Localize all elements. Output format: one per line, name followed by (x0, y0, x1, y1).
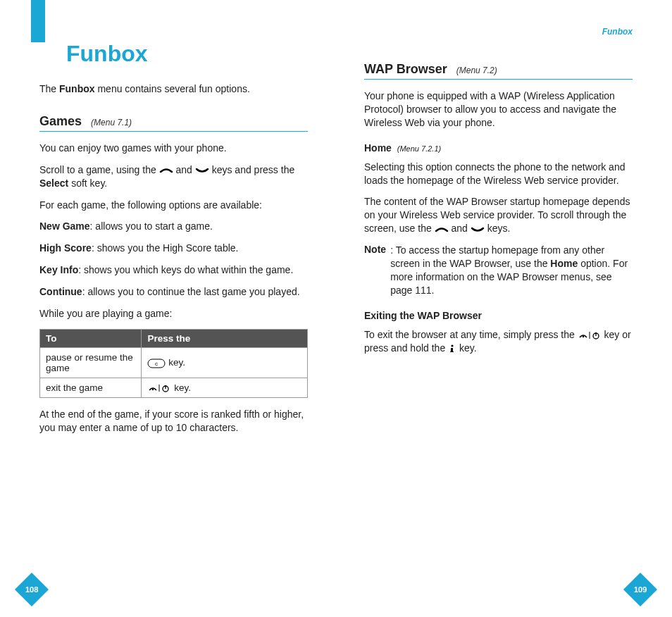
games-heading: Games (Menu 7.1) (39, 114, 308, 132)
games-p4: While you are playing a game: (39, 307, 308, 320)
table-row: pause or resume the game c key. (40, 347, 308, 378)
down-key-icon (471, 227, 485, 232)
wap-p3: The content of the WAP Browser startup h… (364, 195, 633, 235)
heading-text: Games (39, 114, 82, 128)
label: Key Info (39, 264, 78, 275)
svg-point-10 (451, 344, 453, 347)
opt-continue: Continue: allows you to continue the las… (39, 285, 308, 299)
up-key-icon (435, 227, 449, 232)
text: and (176, 164, 195, 175)
page-number-right: 109 (623, 573, 657, 606)
c-key-icon: c (147, 359, 166, 368)
note-bold: Note (364, 244, 386, 255)
menu-ref: (Menu 7.2.1) (397, 144, 441, 153)
games-p5: At the end of the game, if your score is… (39, 408, 308, 435)
text: : allows you to start a game. (90, 220, 213, 232)
heading-text: WAP Browser (364, 62, 447, 76)
i-key-icon (448, 344, 456, 354)
page-number: 109 (634, 585, 647, 594)
opt-new-game: New Game: allows you to start a game. (39, 220, 308, 233)
games-p2: Scroll to a game, using the and keys and… (39, 163, 308, 190)
right-page: Funbox WAP Browser (Menu 7.2) Your phone… (336, 0, 672, 617)
page-spread: Funbox The Funbox menu contains several … (0, 0, 672, 617)
note-block: Note : To access the startup homepage fr… (364, 244, 633, 297)
opt-high-score: High Score: shows you the High Score tab… (39, 242, 308, 255)
text: Scroll to a game, using the (39, 164, 159, 175)
chapter-title: Funbox (66, 41, 308, 67)
label: High Score (39, 242, 92, 254)
note-label: Note (364, 244, 386, 297)
left-page: Funbox The Funbox menu contains several … (0, 0, 336, 617)
cell-key: key. (142, 378, 308, 397)
text: : shows you which keys do what within th… (78, 264, 293, 275)
text: keys and press the (212, 164, 295, 175)
home-heading: Home (Menu 7.2.1) (364, 142, 633, 154)
running-head: Funbox (602, 27, 633, 37)
cell-action: exit the game (40, 378, 142, 397)
select-bold: Select (39, 177, 68, 189)
key-table: To Press the pause or resume the game c … (39, 329, 308, 398)
exit-heading: Exiting the WAP Browser (364, 310, 633, 321)
up-key-icon (159, 168, 173, 173)
svg-point-6 (582, 336, 583, 337)
funbox-bold: Funbox (59, 83, 95, 94)
page-number: 108 (25, 585, 38, 594)
opt-key-info: Key Info: shows you which keys do what w… (39, 263, 308, 277)
text: : shows you the High Score table. (92, 242, 239, 254)
games-p1: You can enjoy two games with your phone. (39, 142, 308, 155)
cell-key: c key. (142, 347, 308, 378)
text: keys. (487, 223, 511, 234)
heading-text: Home (364, 142, 392, 154)
text: : allows you to continue the last game y… (82, 286, 300, 297)
home-bold: Home (550, 258, 578, 269)
menu-ref: (Menu 7.1) (91, 118, 132, 127)
end-power-key-icon (578, 330, 602, 340)
text: menu contains several fun options. (95, 83, 250, 94)
text: key. (168, 357, 185, 368)
text: To exit the browser at any time, simply … (364, 329, 578, 340)
wap-p4: To exit the browser at any time, simply … (364, 328, 633, 355)
wap-p1: Your phone is equipped with a WAP (Wirel… (364, 89, 633, 130)
text: The (39, 83, 59, 94)
label: Continue (39, 286, 82, 297)
table-header-row: To Press the (40, 329, 308, 347)
intro-paragraph: The Funbox menu contains several fun opt… (39, 82, 308, 96)
down-key-icon (195, 168, 209, 173)
text: and (452, 223, 471, 234)
label: New Game (39, 220, 90, 232)
chapter-tab (31, 0, 45, 42)
text: soft key. (68, 177, 107, 189)
menu-ref: (Menu 7.2) (456, 66, 497, 75)
table-row: exit the game key. (40, 378, 308, 397)
note-body: : To access the startup homepage from an… (390, 244, 633, 297)
text: key. (174, 382, 191, 393)
end-power-key-icon (147, 383, 171, 393)
th-to: To (40, 329, 142, 347)
th-press: Press the (142, 329, 308, 347)
svg-text:c: c (155, 361, 158, 367)
wap-p2: Selecting this option connects the phone… (364, 161, 633, 187)
svg-point-2 (152, 389, 154, 390)
text: key. (459, 342, 477, 354)
games-p3: For each game, the following options are… (39, 199, 308, 212)
cell-action: pause or resume the game (40, 347, 142, 378)
wap-heading: WAP Browser (Menu 7.2) (364, 62, 633, 80)
page-number-left: 108 (15, 573, 49, 606)
